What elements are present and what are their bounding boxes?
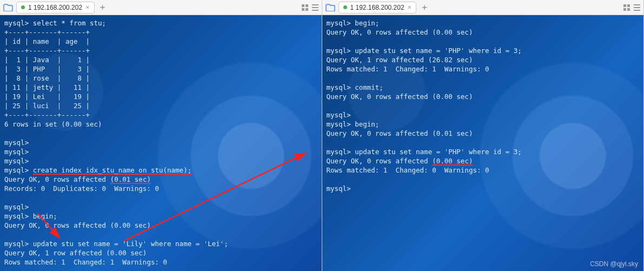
terminal-line: +----+-------+------+ bbox=[4, 28, 317, 37]
terminal-line: Query OK, 0 rows affected (0.00 sec) bbox=[327, 156, 640, 166]
terminal-line: +----+-------+------+ bbox=[4, 110, 317, 120]
terminal-line bbox=[327, 37, 640, 46]
terminal-line: Query OK, 0 rows affected (0.00 sec) bbox=[327, 92, 640, 101]
svg-rect-2 bbox=[302, 8, 304, 11]
svg-rect-12 bbox=[634, 7, 640, 8]
terminal-line: Query OK, 1 row affected (0.00 sec) bbox=[4, 248, 317, 257]
terminal-line: Rows matched: 1 Changed: 1 Warnings: 0 bbox=[4, 257, 317, 267]
terminal-line: | 3 | PHP | 3 | bbox=[4, 64, 317, 74]
terminal-line: mysql> begin; bbox=[327, 120, 640, 129]
close-icon[interactable]: × bbox=[85, 4, 90, 11]
terminal-line: Query OK, 0 rows affected (0.01 sec) bbox=[327, 129, 640, 138]
terminal-line bbox=[4, 193, 317, 202]
svg-rect-11 bbox=[634, 4, 640, 5]
terminal-line: Rows matched: 1 Changed: 0 Warnings: 0 bbox=[327, 166, 640, 175]
svg-rect-6 bbox=[312, 10, 318, 11]
terminal-line: mysql> begin; bbox=[4, 211, 317, 221]
session-tab[interactable]: 1 192.168.200.202 × bbox=[16, 2, 95, 14]
terminal-line: Records: 0 Duplicates: 0 Warnings: 0 bbox=[4, 184, 317, 193]
terminal-line: mysql> bbox=[327, 110, 640, 120]
terminal-line: mysql> bbox=[4, 202, 317, 211]
terminal-line: mysql> select * from stu; bbox=[4, 18, 317, 28]
svg-rect-10 bbox=[627, 8, 630, 11]
grid-icon[interactable] bbox=[301, 4, 309, 11]
new-tab-button[interactable]: + bbox=[98, 2, 108, 12]
terminal-line bbox=[4, 129, 317, 138]
tab-label: 1 192.168.200.202 bbox=[350, 4, 404, 11]
menu-icon[interactable] bbox=[312, 4, 318, 11]
tabbar-right bbox=[301, 4, 318, 11]
grid-icon[interactable] bbox=[623, 4, 630, 11]
terminal-line bbox=[327, 101, 640, 110]
terminal-line bbox=[327, 175, 640, 184]
session-tab[interactable]: 1 192.168.200.202 × bbox=[338, 2, 417, 14]
close-icon[interactable]: × bbox=[408, 4, 412, 11]
watermark: CSDN @qjyl.sky bbox=[590, 260, 638, 268]
terminal-line: Query OK, 1 row affected (26.82 sec) bbox=[327, 55, 640, 64]
status-dot-icon bbox=[343, 5, 347, 9]
svg-rect-3 bbox=[306, 8, 308, 11]
terminal-line: mysql> bbox=[4, 147, 317, 156]
terminal-line: mysql> commit; bbox=[327, 83, 640, 92]
terminal-line: Query OK, 0 rows affected (0.01 sec) bbox=[4, 175, 317, 184]
tabbar-right bbox=[623, 4, 640, 11]
terminal-line: | 1 | Java | 1 | bbox=[4, 55, 317, 64]
svg-rect-0 bbox=[302, 4, 304, 7]
svg-rect-5 bbox=[312, 7, 318, 8]
svg-rect-7 bbox=[623, 4, 626, 7]
tab-bar: 1 192.168.200.202 × + bbox=[0, 0, 322, 15]
terminal-line bbox=[327, 138, 640, 147]
terminal-line: | 8 | rose | 8 | bbox=[4, 74, 317, 83]
terminal-line: mysql> bbox=[4, 156, 317, 166]
terminal-line: Rows matched: 1 Changed: 1 Warnings: 0 bbox=[327, 64, 640, 74]
terminal-line: mysql> begin; bbox=[327, 18, 640, 28]
left-pane: 1 192.168.200.202 × + mysql> select * fr… bbox=[0, 0, 322, 271]
status-dot-icon bbox=[21, 5, 25, 9]
folder-icon[interactable] bbox=[3, 3, 13, 12]
svg-rect-13 bbox=[634, 10, 640, 11]
terminal-line: +----+-------+------+ bbox=[4, 46, 317, 55]
terminal-output[interactable]: mysql> select * from stu;+----+-------+-… bbox=[0, 15, 322, 271]
terminal-line: 6 rows in set (0.00 sec) bbox=[4, 120, 317, 129]
terminal-line: | 19 | Lei | 19 | bbox=[4, 92, 317, 101]
terminal-line: mysql> create index idx_stu_name on stu(… bbox=[4, 166, 317, 175]
terminal-line: Query OK, 0 rows affected (0.00 sec) bbox=[4, 221, 317, 230]
terminal-line: | 11 | jetty | 11 | bbox=[4, 83, 317, 92]
tab-label: 1 192.168.200.202 bbox=[28, 4, 82, 11]
terminal-line: Query OK, 0 rows affected (0.00 sec) bbox=[327, 28, 640, 37]
menu-icon[interactable] bbox=[634, 4, 640, 11]
terminal-line bbox=[4, 230, 317, 239]
svg-rect-4 bbox=[312, 4, 318, 5]
new-tab-button[interactable]: + bbox=[420, 2, 429, 12]
folder-icon[interactable] bbox=[326, 3, 335, 12]
terminal-line: | 25 | luci | 25 | bbox=[4, 101, 317, 110]
terminal-line: | id | name | age | bbox=[4, 37, 317, 46]
svg-rect-9 bbox=[623, 8, 626, 11]
terminal-line: mysql> bbox=[4, 138, 317, 147]
terminal-line: mysql> update stu set name = 'Lily' wher… bbox=[4, 239, 317, 248]
app-root: 1 192.168.200.202 × + mysql> select * fr… bbox=[0, 0, 644, 271]
terminal-line bbox=[327, 74, 640, 83]
svg-rect-8 bbox=[627, 4, 630, 7]
tab-bar: 1 192.168.200.202 × + bbox=[322, 0, 644, 15]
terminal-line: mysql> update stu set name = 'PHP' where… bbox=[327, 46, 640, 55]
terminal-line: mysql> bbox=[327, 184, 640, 193]
right-pane: 1 192.168.200.202 × + mysql> begin;Query… bbox=[322, 0, 645, 271]
terminal-line: mysql> update stu set name = 'PHP' where… bbox=[327, 147, 640, 156]
terminal-output[interactable]: mysql> begin;Query OK, 0 rows affected (… bbox=[322, 15, 644, 271]
svg-rect-1 bbox=[306, 4, 308, 7]
